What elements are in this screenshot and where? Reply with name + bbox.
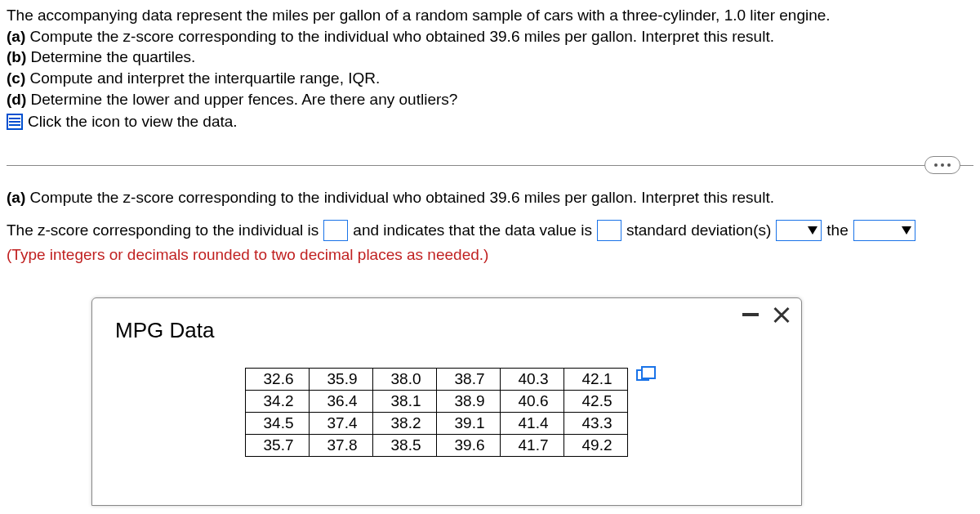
part-c: (c) Compute and interpret the interquart… <box>7 68 973 89</box>
table-cell: 35.7 <box>245 435 309 457</box>
reference-dropdown[interactable] <box>853 220 915 241</box>
part-a: (a) Compute the z-score corresponding to… <box>7 26 973 47</box>
part-b: (b) Determine the quartiles. <box>7 47 973 68</box>
part-c-label: (c) <box>7 69 25 87</box>
part-b-label: (b) <box>7 48 26 65</box>
table-row: 32.635.938.038.740.342.1 <box>245 369 627 391</box>
table-cell: 40.6 <box>500 391 564 413</box>
intro-text: The accompanying data represent the mile… <box>7 5 973 26</box>
table-row: 34.537.438.239.141.443.3 <box>245 413 627 435</box>
part-a-heading-label: (a) <box>7 189 25 206</box>
answer-seg4: the <box>826 215 848 246</box>
mpg-data-table: 32.635.938.038.740.342.134.236.438.138.9… <box>245 368 628 457</box>
part-d-label: (d) <box>7 91 26 108</box>
direction-dropdown[interactable] <box>776 220 822 241</box>
table-cell: 37.8 <box>309 435 372 457</box>
table-cell: 35.9 <box>309 369 372 391</box>
table-cell: 32.6 <box>245 369 309 391</box>
table-cell: 38.0 <box>372 369 436 391</box>
answer-seg2: and indicates that the data value is <box>353 215 592 246</box>
chevron-down-icon <box>808 226 817 235</box>
part-a-text: Compute the z-score corresponding to the… <box>30 28 774 45</box>
table-cell: 37.4 <box>309 413 372 435</box>
table-cell: 41.4 <box>500 413 564 435</box>
part-a-heading-text: Compute the z-score corresponding to the… <box>30 189 774 206</box>
table-row: 34.236.438.138.940.642.5 <box>245 391 627 413</box>
table-cell: 38.2 <box>372 413 436 435</box>
table-cell: 39.6 <box>436 435 500 457</box>
rounding-hint: (Type integers or decimals rounded to tw… <box>7 246 973 264</box>
copy-data-icon[interactable] <box>636 369 649 381</box>
table-cell: 38.7 <box>436 369 500 391</box>
table-cell: 49.2 <box>564 435 627 457</box>
table-cell: 42.1 <box>564 369 627 391</box>
table-cell: 34.2 <box>245 391 309 413</box>
part-c-text: Compute and interpret the interquartile … <box>30 69 381 87</box>
table-cell: 42.5 <box>564 391 627 413</box>
answer-seg3: standard deviation(s) <box>626 215 771 246</box>
answer-sentence: The z-score corresponding to the individ… <box>7 215 973 246</box>
click-hint-text[interactable]: Click the icon to view the data. <box>28 111 238 132</box>
close-icon[interactable] <box>773 306 790 323</box>
data-table-icon[interactable] <box>7 114 23 130</box>
part-a-heading: (a) Compute the z-score corresponding to… <box>7 189 973 207</box>
zscore-input[interactable] <box>323 220 348 241</box>
part-b-text: Determine the quartiles. <box>31 48 196 65</box>
table-cell: 40.3 <box>500 369 564 391</box>
problem-statement: The accompanying data represent the mile… <box>7 5 973 132</box>
modal-title: MPG Data <box>115 318 778 343</box>
answer-seg1: The z-score corresponding to the individ… <box>7 215 318 246</box>
chevron-down-icon <box>902 226 911 235</box>
part-d: (d) Determine the lower and upper fences… <box>7 89 973 110</box>
table-cell: 38.9 <box>436 391 500 413</box>
table-cell: 34.5 <box>245 413 309 435</box>
part-d-text: Determine the lower and upper fences. Ar… <box>31 91 458 108</box>
table-cell: 43.3 <box>564 413 627 435</box>
table-cell: 38.5 <box>372 435 436 457</box>
mpg-data-modal: MPG Data 32.635.938.038.740.342.134.236.… <box>91 297 802 506</box>
table-cell: 36.4 <box>309 391 372 413</box>
table-cell: 39.1 <box>436 413 500 435</box>
table-cell: 41.7 <box>500 435 564 457</box>
minimize-icon[interactable] <box>742 313 759 316</box>
table-row: 35.737.838.539.641.749.2 <box>245 435 627 457</box>
part-a-label: (a) <box>7 28 25 45</box>
stddev-count-input[interactable] <box>597 220 621 241</box>
more-menu-button[interactable] <box>924 156 960 174</box>
table-cell: 38.1 <box>372 391 436 413</box>
section-divider <box>7 165 973 166</box>
